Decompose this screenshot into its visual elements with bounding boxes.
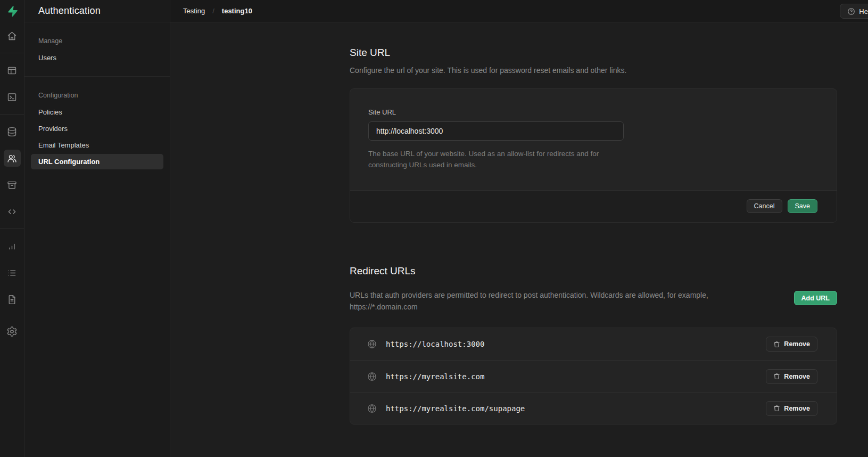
- icon-rail: [0, 0, 24, 457]
- globe-icon: [367, 372, 377, 381]
- sidebar-item-providers[interactable]: Providers: [24, 121, 170, 136]
- trash-icon: [773, 341, 780, 348]
- breadcrumb: Testing / testing10: [183, 7, 252, 15]
- edge-functions-icon[interactable]: [4, 203, 21, 220]
- sidebar-divider: [24, 76, 170, 77]
- breadcrumb-separator: /: [212, 7, 214, 15]
- help-button[interactable]: Help: [840, 4, 868, 19]
- settings-gear-icon[interactable]: [4, 323, 21, 340]
- sidebar-section-configuration: Configuration: [24, 88, 170, 104]
- site-url-field-help: The base URL of your website. Used as an…: [368, 148, 629, 171]
- main-content: Site URL Configure the url of your site.…: [170, 22, 868, 457]
- redirect-url-value: https://myrealsite.com/supapage: [386, 404, 525, 413]
- sidebar-header: Authentication: [24, 0, 170, 22]
- breadcrumb-project[interactable]: Testing: [183, 7, 205, 15]
- page-title: Authentication: [38, 5, 101, 17]
- redirect-url-row: https://myrealsite.com Remove: [350, 360, 837, 392]
- site-url-description: Configure the url of your site. This is …: [350, 65, 837, 77]
- auth-sidebar: Authentication Manage Users Configuratio…: [24, 0, 170, 457]
- table-editor-icon[interactable]: [4, 62, 21, 79]
- sidebar-item-users[interactable]: Users: [24, 50, 170, 66]
- help-circle-icon: [847, 7, 855, 15]
- reports-icon[interactable]: [4, 238, 21, 255]
- supabase-logo-icon[interactable]: [0, 0, 24, 22]
- add-url-button[interactable]: Add URL: [794, 291, 837, 305]
- rail-divider: [0, 114, 24, 115]
- logs-icon[interactable]: [4, 264, 21, 281]
- remove-button-label: Remove: [784, 373, 810, 380]
- globe-icon: [367, 339, 377, 349]
- redirect-url-value: https://localhost:3000: [386, 340, 484, 348]
- redirect-url-row: https://myrealsite.com/supapage Remove: [350, 392, 837, 424]
- sidebar-item-policies[interactable]: Policies: [24, 104, 170, 120]
- sidebar-item-url-configuration[interactable]: URL Configuration: [31, 154, 163, 169]
- authentication-icon[interactable]: [4, 150, 21, 167]
- remove-button-label: Remove: [784, 340, 810, 348]
- app-window: Authentication Manage Users Configuratio…: [0, 0, 868, 457]
- trash-icon: [773, 405, 780, 412]
- main-header: Testing / testing10 Help: [170, 0, 868, 22]
- remove-button-label: Remove: [784, 405, 810, 412]
- remove-url-button[interactable]: Remove: [766, 401, 817, 416]
- remove-url-button[interactable]: Remove: [766, 369, 817, 384]
- sidebar-section-manage: Manage: [24, 34, 170, 50]
- rail-divider: [0, 53, 24, 53]
- site-url-input[interactable]: [368, 121, 624, 141]
- redirect-url-list: https://localhost:3000 Remove https://my…: [350, 328, 837, 425]
- database-icon[interactable]: [4, 123, 21, 140]
- sql-editor-icon[interactable]: [4, 88, 21, 105]
- globe-icon: [367, 404, 377, 413]
- storage-icon[interactable]: [4, 176, 21, 193]
- home-icon[interactable]: [4, 27, 21, 44]
- site-url-card: Site URL The base URL of your website. U…: [350, 88, 837, 223]
- sidebar-item-email-templates[interactable]: Email Templates: [24, 137, 170, 153]
- site-url-title: Site URL: [350, 47, 837, 59]
- redirect-urls-title: Redirect URLs: [350, 265, 837, 277]
- remove-url-button[interactable]: Remove: [766, 337, 817, 352]
- site-url-field-label: Site URL: [368, 108, 819, 116]
- redirect-url-value: https://myrealsite.com: [386, 372, 484, 381]
- redirect-urls-description: URLs that auth providers are permitted t…: [350, 290, 754, 313]
- trash-icon: [773, 373, 780, 380]
- main-area: Testing / testing10 Help Site URL Config…: [170, 0, 868, 457]
- breadcrumb-branch[interactable]: testing10: [222, 7, 252, 15]
- redirect-url-row: https://localhost:3000 Remove: [350, 328, 837, 360]
- help-button-label: Help: [859, 7, 868, 15]
- save-button[interactable]: Save: [788, 199, 818, 213]
- docs-icon[interactable]: [4, 291, 21, 308]
- site-url-card-footer: Cancel Save: [350, 190, 837, 222]
- rail-divider: [0, 228, 24, 229]
- cancel-button[interactable]: Cancel: [747, 199, 782, 213]
